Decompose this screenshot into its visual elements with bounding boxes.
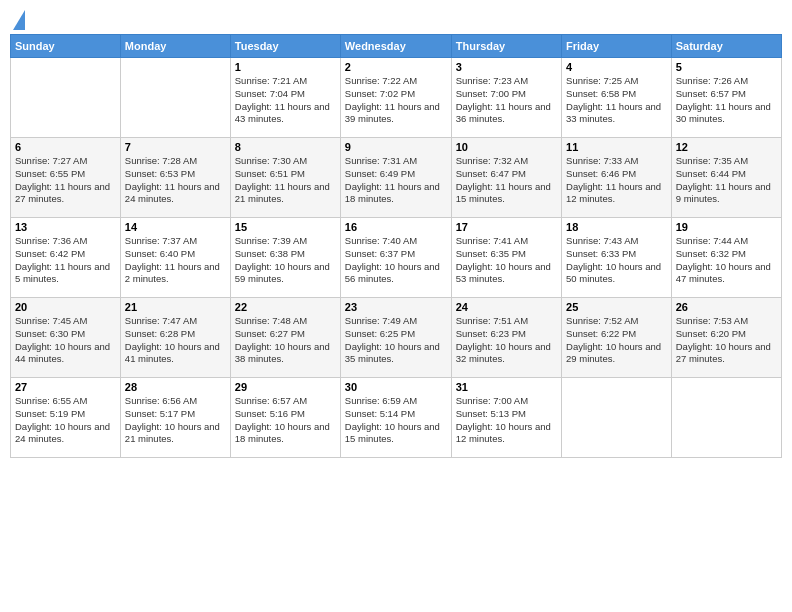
header-day-tuesday: Tuesday xyxy=(230,35,340,58)
calendar-cell: 30Sunrise: 6:59 AMSunset: 5:14 PMDayligh… xyxy=(340,378,451,458)
day-info: Sunrise: 7:35 AMSunset: 6:44 PMDaylight:… xyxy=(676,155,777,206)
day-number: 9 xyxy=(345,141,447,153)
calendar-cell xyxy=(11,58,121,138)
day-info: Sunrise: 7:26 AMSunset: 6:57 PMDaylight:… xyxy=(676,75,777,126)
day-info: Sunrise: 7:31 AMSunset: 6:49 PMDaylight:… xyxy=(345,155,447,206)
day-number: 14 xyxy=(125,221,226,233)
day-number: 1 xyxy=(235,61,336,73)
day-number: 22 xyxy=(235,301,336,313)
calendar-cell: 19Sunrise: 7:44 AMSunset: 6:32 PMDayligh… xyxy=(671,218,781,298)
day-number: 15 xyxy=(235,221,336,233)
day-info: Sunrise: 7:25 AMSunset: 6:58 PMDaylight:… xyxy=(566,75,667,126)
calendar-cell: 29Sunrise: 6:57 AMSunset: 5:16 PMDayligh… xyxy=(230,378,340,458)
day-info: Sunrise: 7:28 AMSunset: 6:53 PMDaylight:… xyxy=(125,155,226,206)
day-number: 7 xyxy=(125,141,226,153)
calendar-cell: 15Sunrise: 7:39 AMSunset: 6:38 PMDayligh… xyxy=(230,218,340,298)
day-info: Sunrise: 7:41 AMSunset: 6:35 PMDaylight:… xyxy=(456,235,557,286)
calendar-cell: 20Sunrise: 7:45 AMSunset: 6:30 PMDayligh… xyxy=(11,298,121,378)
day-number: 8 xyxy=(235,141,336,153)
day-number: 28 xyxy=(125,381,226,393)
day-number: 30 xyxy=(345,381,447,393)
calendar-week-4: 20Sunrise: 7:45 AMSunset: 6:30 PMDayligh… xyxy=(11,298,782,378)
day-info: Sunrise: 7:51 AMSunset: 6:23 PMDaylight:… xyxy=(456,315,557,366)
day-info: Sunrise: 7:53 AMSunset: 6:20 PMDaylight:… xyxy=(676,315,777,366)
logo-triangle-icon xyxy=(13,10,25,30)
day-info: Sunrise: 7:37 AMSunset: 6:40 PMDaylight:… xyxy=(125,235,226,286)
calendar-cell: 24Sunrise: 7:51 AMSunset: 6:23 PMDayligh… xyxy=(451,298,561,378)
calendar-cell: 23Sunrise: 7:49 AMSunset: 6:25 PMDayligh… xyxy=(340,298,451,378)
calendar-table: SundayMondayTuesdayWednesdayThursdayFrid… xyxy=(10,34,782,458)
day-number: 2 xyxy=(345,61,447,73)
day-info: Sunrise: 7:40 AMSunset: 6:37 PMDaylight:… xyxy=(345,235,447,286)
day-info: Sunrise: 6:56 AMSunset: 5:17 PMDaylight:… xyxy=(125,395,226,446)
calendar-cell: 26Sunrise: 7:53 AMSunset: 6:20 PMDayligh… xyxy=(671,298,781,378)
day-info: Sunrise: 7:49 AMSunset: 6:25 PMDaylight:… xyxy=(345,315,447,366)
calendar-cell: 8Sunrise: 7:30 AMSunset: 6:51 PMDaylight… xyxy=(230,138,340,218)
day-number: 13 xyxy=(15,221,116,233)
calendar-cell: 2Sunrise: 7:22 AMSunset: 7:02 PMDaylight… xyxy=(340,58,451,138)
calendar-cell: 25Sunrise: 7:52 AMSunset: 6:22 PMDayligh… xyxy=(562,298,672,378)
day-info: Sunrise: 7:32 AMSunset: 6:47 PMDaylight:… xyxy=(456,155,557,206)
day-number: 19 xyxy=(676,221,777,233)
day-number: 5 xyxy=(676,61,777,73)
calendar-cell: 9Sunrise: 7:31 AMSunset: 6:49 PMDaylight… xyxy=(340,138,451,218)
calendar-cell: 4Sunrise: 7:25 AMSunset: 6:58 PMDaylight… xyxy=(562,58,672,138)
calendar-cell: 31Sunrise: 7:00 AMSunset: 5:13 PMDayligh… xyxy=(451,378,561,458)
page-header xyxy=(10,10,782,26)
calendar-cell: 28Sunrise: 6:56 AMSunset: 5:17 PMDayligh… xyxy=(120,378,230,458)
calendar-cell: 12Sunrise: 7:35 AMSunset: 6:44 PMDayligh… xyxy=(671,138,781,218)
day-info: Sunrise: 7:48 AMSunset: 6:27 PMDaylight:… xyxy=(235,315,336,366)
day-number: 10 xyxy=(456,141,557,153)
calendar-cell: 27Sunrise: 6:55 AMSunset: 5:19 PMDayligh… xyxy=(11,378,121,458)
day-info: Sunrise: 7:27 AMSunset: 6:55 PMDaylight:… xyxy=(15,155,116,206)
calendar-cell: 1Sunrise: 7:21 AMSunset: 7:04 PMDaylight… xyxy=(230,58,340,138)
calendar-week-3: 13Sunrise: 7:36 AMSunset: 6:42 PMDayligh… xyxy=(11,218,782,298)
day-info: Sunrise: 7:43 AMSunset: 6:33 PMDaylight:… xyxy=(566,235,667,286)
day-info: Sunrise: 7:00 AMSunset: 5:13 PMDaylight:… xyxy=(456,395,557,446)
day-info: Sunrise: 6:59 AMSunset: 5:14 PMDaylight:… xyxy=(345,395,447,446)
day-number: 25 xyxy=(566,301,667,313)
day-number: 24 xyxy=(456,301,557,313)
day-number: 20 xyxy=(15,301,116,313)
calendar-cell: 18Sunrise: 7:43 AMSunset: 6:33 PMDayligh… xyxy=(562,218,672,298)
calendar-cell: 22Sunrise: 7:48 AMSunset: 6:27 PMDayligh… xyxy=(230,298,340,378)
header-day-friday: Friday xyxy=(562,35,672,58)
day-info: Sunrise: 7:23 AMSunset: 7:00 PMDaylight:… xyxy=(456,75,557,126)
calendar-cell: 6Sunrise: 7:27 AMSunset: 6:55 PMDaylight… xyxy=(11,138,121,218)
day-info: Sunrise: 7:52 AMSunset: 6:22 PMDaylight:… xyxy=(566,315,667,366)
calendar-cell: 17Sunrise: 7:41 AMSunset: 6:35 PMDayligh… xyxy=(451,218,561,298)
calendar-week-5: 27Sunrise: 6:55 AMSunset: 5:19 PMDayligh… xyxy=(11,378,782,458)
day-number: 18 xyxy=(566,221,667,233)
day-number: 16 xyxy=(345,221,447,233)
calendar-cell xyxy=(562,378,672,458)
day-info: Sunrise: 6:57 AMSunset: 5:16 PMDaylight:… xyxy=(235,395,336,446)
calendar-cell: 3Sunrise: 7:23 AMSunset: 7:00 PMDaylight… xyxy=(451,58,561,138)
calendar-cell: 16Sunrise: 7:40 AMSunset: 6:37 PMDayligh… xyxy=(340,218,451,298)
day-number: 17 xyxy=(456,221,557,233)
day-number: 27 xyxy=(15,381,116,393)
calendar-cell: 10Sunrise: 7:32 AMSunset: 6:47 PMDayligh… xyxy=(451,138,561,218)
day-number: 26 xyxy=(676,301,777,313)
day-number: 4 xyxy=(566,61,667,73)
calendar-cell xyxy=(120,58,230,138)
calendar-week-2: 6Sunrise: 7:27 AMSunset: 6:55 PMDaylight… xyxy=(11,138,782,218)
calendar-cell: 7Sunrise: 7:28 AMSunset: 6:53 PMDaylight… xyxy=(120,138,230,218)
day-number: 11 xyxy=(566,141,667,153)
calendar-cell xyxy=(671,378,781,458)
calendar-cell: 13Sunrise: 7:36 AMSunset: 6:42 PMDayligh… xyxy=(11,218,121,298)
day-number: 21 xyxy=(125,301,226,313)
day-number: 23 xyxy=(345,301,447,313)
calendar-week-1: 1Sunrise: 7:21 AMSunset: 7:04 PMDaylight… xyxy=(11,58,782,138)
day-info: Sunrise: 7:36 AMSunset: 6:42 PMDaylight:… xyxy=(15,235,116,286)
calendar-cell: 21Sunrise: 7:47 AMSunset: 6:28 PMDayligh… xyxy=(120,298,230,378)
day-info: Sunrise: 7:22 AMSunset: 7:02 PMDaylight:… xyxy=(345,75,447,126)
logo xyxy=(10,10,25,26)
calendar-cell: 11Sunrise: 7:33 AMSunset: 6:46 PMDayligh… xyxy=(562,138,672,218)
day-number: 12 xyxy=(676,141,777,153)
header-day-wednesday: Wednesday xyxy=(340,35,451,58)
header-day-sunday: Sunday xyxy=(11,35,121,58)
day-info: Sunrise: 7:47 AMSunset: 6:28 PMDaylight:… xyxy=(125,315,226,366)
day-number: 31 xyxy=(456,381,557,393)
header-day-saturday: Saturday xyxy=(671,35,781,58)
day-info: Sunrise: 6:55 AMSunset: 5:19 PMDaylight:… xyxy=(15,395,116,446)
